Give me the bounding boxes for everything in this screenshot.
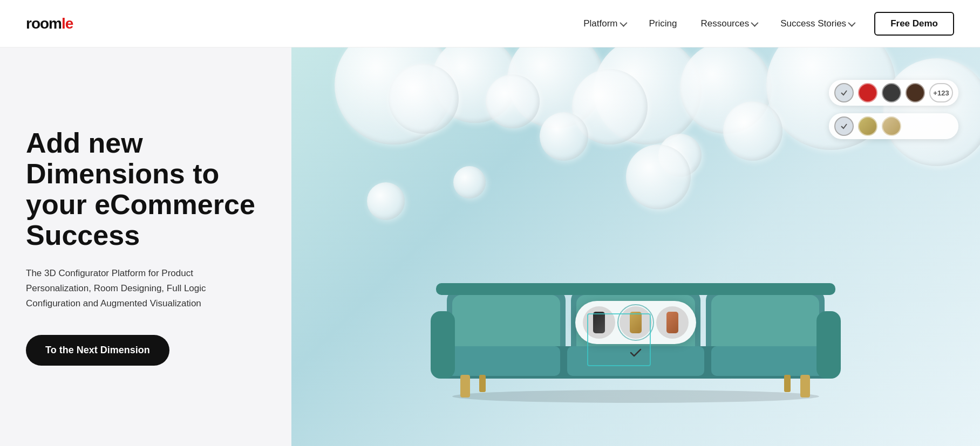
- bubble: [626, 145, 691, 209]
- bubble: [540, 112, 588, 161]
- nav-ressources[interactable]: Ressources: [691, 14, 766, 33]
- svg-rect-12: [816, 311, 841, 379]
- selected-check-icon[interactable]: [834, 116, 854, 136]
- selected-check-icon[interactable]: [834, 83, 854, 102]
- color-selector: +123: [829, 80, 958, 139]
- svg-rect-17: [436, 283, 835, 295]
- color-medium-wood[interactable]: [882, 116, 901, 136]
- svg-rect-10: [711, 346, 827, 376]
- color-red[interactable]: [858, 83, 877, 102]
- bubble: [389, 64, 459, 134]
- svg-rect-13: [460, 375, 470, 397]
- main-nav: Platform Pricing Ressources Success Stor…: [574, 12, 954, 36]
- nav-pricing[interactable]: Pricing: [639, 14, 687, 33]
- svg-rect-16: [784, 375, 791, 392]
- hero-section: Add new Dimensions to your eCommerce Suc…: [0, 47, 980, 446]
- color-dark-gray[interactable]: [882, 83, 901, 102]
- bubble: [486, 74, 540, 128]
- svg-rect-2: [452, 295, 560, 354]
- leg-option-copper[interactable]: [656, 306, 689, 339]
- wood-color-row: [829, 113, 958, 139]
- bubble: [367, 182, 405, 220]
- free-demo-button[interactable]: Free Demo: [874, 12, 954, 36]
- chevron-down-icon: [751, 19, 759, 26]
- nav-platform[interactable]: Platform: [574, 14, 635, 33]
- svg-rect-6: [711, 295, 819, 354]
- cta-button[interactable]: To the Next Dimension: [26, 335, 169, 366]
- hero-left-panel: Add new Dimensions to your eCommerce Suc…: [0, 47, 291, 446]
- fabric-color-row: +123: [829, 80, 958, 106]
- color-dark-brown[interactable]: [906, 83, 925, 102]
- svg-rect-8: [444, 346, 560, 376]
- hero-right-panel: +123: [291, 47, 980, 446]
- hero-subtitle: The 3D Configurator Platform for Product…: [26, 266, 253, 311]
- svg-rect-14: [800, 375, 810, 397]
- selection-highlight: [587, 313, 651, 366]
- nav-success-stories[interactable]: Success Stories: [771, 14, 863, 33]
- chevron-down-icon: [620, 19, 627, 26]
- logo[interactable]: roomle: [26, 15, 73, 32]
- color-light-wood[interactable]: [858, 116, 877, 136]
- svg-rect-11: [431, 311, 455, 379]
- more-colors-badge[interactable]: +123: [929, 83, 953, 102]
- chevron-down-icon: [848, 19, 855, 26]
- bubble: [723, 101, 782, 161]
- svg-point-0: [452, 390, 819, 403]
- svg-rect-15: [479, 375, 486, 392]
- bubble: [453, 166, 486, 198]
- header: roomle Platform Pricing Ressources Succe…: [0, 0, 980, 47]
- hero-title: Add new Dimensions to your eCommerce Suc…: [26, 128, 261, 251]
